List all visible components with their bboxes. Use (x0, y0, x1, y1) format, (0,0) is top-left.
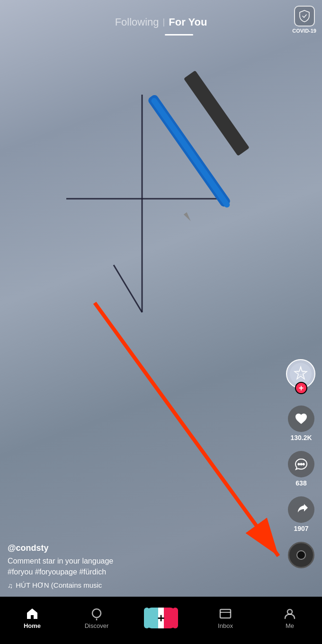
me-label: Me (286, 622, 294, 629)
right-actions-panel: + 130.2K 638 (286, 359, 316, 568)
video-description: Comment star in your language #foryou #f… (8, 556, 279, 577)
comment-count: 638 (295, 479, 306, 487)
following-tab[interactable]: Following (115, 16, 159, 28)
foryou-tab[interactable]: For You (169, 16, 207, 28)
svg-marker-6 (184, 212, 192, 222)
nav-inbox[interactable]: Inbox (206, 607, 244, 629)
covid-label: COVID-19 (292, 28, 316, 34)
svg-rect-18 (220, 609, 231, 618)
like-count: 130.2K (290, 434, 312, 441)
share-icon-circle (288, 496, 314, 523)
music-disc-inner (296, 550, 306, 560)
home-icon (26, 607, 39, 620)
bottom-navigation: Home Discover + Inbox Me (0, 597, 322, 644)
nav-create[interactable]: + (142, 608, 180, 628)
share-count: 1907 (294, 525, 308, 532)
home-label: Home (24, 622, 41, 629)
nav-home[interactable]: Home (13, 607, 51, 629)
svg-point-13 (298, 463, 300, 466)
creator-avatar[interactable]: + (286, 359, 316, 394)
me-icon (283, 607, 296, 620)
svg-point-14 (300, 463, 303, 466)
create-button[interactable]: + (147, 608, 175, 628)
discover-label: Discover (85, 622, 109, 629)
music-text: HÚT HƠN (Contains music (16, 581, 102, 590)
comment-icon-circle (288, 451, 314, 477)
top-navigation: Following | For You (0, 0, 322, 39)
svg-line-2 (114, 265, 142, 312)
music-info[interactable]: ♫ HÚT HƠN (Contains music (8, 581, 279, 590)
share-action[interactable]: 1907 (288, 496, 314, 532)
nav-me[interactable]: Me (271, 607, 309, 629)
like-action[interactable]: 130.2K (288, 406, 314, 441)
music-disc[interactable] (288, 542, 314, 568)
nav-divider: | (163, 17, 165, 27)
video-info: @condsty Comment star in your language #… (8, 543, 279, 590)
comment-action[interactable]: 638 (288, 451, 314, 487)
active-tab-indicator (165, 34, 193, 35)
svg-point-16 (92, 609, 101, 618)
creator-username[interactable]: @condsty (8, 543, 279, 553)
covid-shield-icon (294, 6, 315, 26)
plus-icon: + (157, 611, 164, 626)
svg-point-19 (287, 609, 292, 614)
inbox-icon (219, 607, 232, 620)
nav-discover[interactable]: Discover (78, 607, 116, 629)
like-icon-circle (288, 406, 314, 432)
svg-point-15 (303, 463, 305, 466)
covid-badge[interactable]: COVID-19 (292, 6, 316, 34)
discover-icon (90, 607, 103, 620)
follow-plus-button[interactable]: + (295, 382, 307, 394)
svg-rect-5 (184, 71, 250, 156)
pen-drawing (0, 38, 322, 369)
music-note-icon: ♫ (8, 582, 13, 590)
inbox-label: Inbox (218, 622, 233, 629)
